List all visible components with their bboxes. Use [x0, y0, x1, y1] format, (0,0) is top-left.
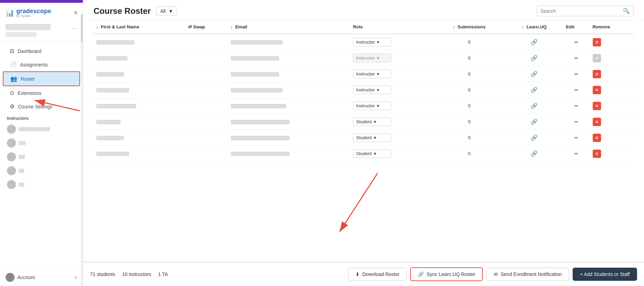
edit-icon[interactable]: ✏	[574, 55, 579, 61]
col-header-edit: Edit	[563, 20, 590, 34]
col-email-label: Email	[235, 24, 247, 29]
learnuq-link-icon[interactable]: 🔗	[531, 55, 538, 61]
learnuq-link-icon[interactable]: 🔗	[531, 71, 538, 77]
sidebar-top-bar	[0, 0, 83, 3]
remove-button[interactable]: ✕	[593, 70, 601, 78]
avatar	[7, 152, 16, 161]
learnuq-link-icon[interactable]: 🔗	[531, 151, 538, 157]
sync-learnuq-button[interactable]: 🔗 Sync Learn.UQ Roster	[410, 267, 483, 281]
role-chevron-icon: ▾	[377, 55, 379, 61]
sidebar-scrollbar[interactable]	[81, 14, 83, 286]
cell-edit: ✏	[563, 66, 590, 82]
cell-email	[228, 66, 350, 82]
extensions-icon: ⊙	[10, 90, 14, 96]
role-dropdown[interactable]: Student ▾	[353, 133, 391, 142]
cell-swap	[185, 50, 228, 66]
role-dropdown[interactable]: Instructor ▾	[353, 38, 391, 46]
gradescope-logo-icon: 📊	[6, 9, 14, 17]
cell-role: Instructor ▾	[350, 66, 433, 82]
remove-button[interactable]: ✕	[593, 54, 601, 62]
edit-icon[interactable]: ✏	[574, 87, 579, 93]
role-dropdown[interactable]: Instructor ▾	[353, 86, 391, 94]
cell-swap	[185, 34, 228, 50]
course-dots-menu[interactable]: ···	[72, 25, 77, 32]
col-header-submissions[interactable]: ↕ Submissions	[433, 20, 505, 34]
cell-name	[94, 146, 185, 162]
remove-button[interactable]: ✕	[593, 134, 601, 142]
remove-button[interactable]: ✕	[593, 86, 601, 94]
col-role-label: Role	[353, 24, 363, 29]
role-dropdown[interactable]: Student ▾	[353, 117, 391, 126]
cell-swap	[185, 114, 228, 130]
search-input[interactable]	[540, 8, 623, 14]
name-sort-icon: ↕	[96, 25, 98, 29]
cell-learnuq: 🔗	[505, 82, 563, 98]
page-title: Course Roster	[94, 6, 151, 16]
cell-submissions: 0	[433, 34, 505, 50]
remove-button[interactable]: ✕	[593, 150, 601, 158]
name-blur	[96, 56, 127, 61]
sidebar-item-extensions[interactable]: ⊙ Extensions	[3, 86, 80, 100]
remove-button[interactable]: ✕	[593, 102, 601, 110]
submissions-sort-icon: ↕	[453, 25, 455, 29]
sidebar-item-label-extensions: Extensions	[18, 90, 41, 96]
email-blur	[231, 72, 279, 77]
account-section[interactable]: Account ∧	[0, 268, 83, 286]
remove-button[interactable]: ✕	[593, 118, 601, 126]
col-edit-label: Edit	[566, 24, 575, 29]
learnuq-link-icon[interactable]: 🔗	[531, 135, 538, 141]
account-label: Account	[6, 273, 35, 282]
remove-button[interactable]: ✕	[593, 38, 601, 46]
edit-icon[interactable]: ✏	[574, 39, 579, 45]
learnuq-link-icon[interactable]: 🔗	[531, 87, 538, 93]
email-blur	[231, 152, 290, 156]
edit-icon[interactable]: ✏	[574, 151, 579, 157]
roster-icon: 👥	[10, 75, 17, 82]
instructor-name-blur	[19, 169, 24, 173]
learnuq-link-icon[interactable]: 🔗	[531, 119, 538, 125]
edit-icon[interactable]: ✏	[574, 119, 579, 125]
col-header-name[interactable]: ↕ First & Last Name	[94, 20, 185, 34]
swap-icon: ⇄	[188, 24, 192, 29]
edit-icon[interactable]: ✏	[574, 71, 579, 77]
email-blur	[231, 136, 290, 140]
menu-icon[interactable]: ≡	[74, 10, 77, 16]
cell-email	[228, 50, 350, 66]
logo-text: gradescope	[16, 8, 51, 15]
cell-name	[94, 114, 185, 130]
course-sub-blur	[6, 32, 37, 37]
sidebar-item-course-settings[interactable]: ⚙ Course Settings	[3, 100, 80, 113]
main-content: Course Roster All ▼ 🔍 ↕ First & Last Nam…	[83, 0, 644, 286]
download-roster-button[interactable]: ⬇ Download Roster	[348, 268, 407, 281]
email-blur	[231, 88, 283, 92]
filter-dropdown[interactable]: All ▼	[156, 7, 177, 16]
cell-edit: ✏	[563, 50, 590, 66]
add-students-button[interactable]: + Add Students or Staff	[573, 268, 637, 281]
learnuq-link-icon[interactable]: 🔗	[531, 39, 538, 45]
edit-icon[interactable]: ✏	[574, 135, 579, 141]
account-text: Account	[17, 275, 35, 280]
download-roster-label: Download Roster	[362, 271, 399, 277]
edit-icon[interactable]: ✏	[574, 103, 579, 109]
sidebar-item-assignments[interactable]: 📄 Assignments	[3, 58, 80, 71]
role-dropdown[interactable]: Student ▾	[353, 149, 391, 158]
role-dropdown[interactable]: Instructor ▾	[353, 101, 391, 110]
learnuq-link-icon[interactable]: 🔗	[531, 103, 538, 109]
search-icon[interactable]: 🔍	[623, 8, 630, 14]
name-blur	[96, 120, 121, 124]
cell-email	[228, 130, 350, 146]
stat-instructors: 10 instructors	[122, 271, 151, 277]
role-chevron-icon: ▾	[377, 71, 379, 77]
col-header-learnuq[interactable]: ↕ Learn.UQ	[505, 20, 563, 34]
cell-role: Student ▾	[350, 130, 433, 146]
add-students-label: + Add Students or Staff	[580, 271, 630, 277]
send-notification-button[interactable]: ✉ Send Enrollment Notification	[486, 268, 569, 281]
cell-submissions: 0	[433, 146, 505, 162]
avatar	[7, 166, 16, 175]
role-dropdown[interactable]: Instructor ▾	[353, 70, 391, 78]
sidebar-item-dashboard[interactable]: ⊟ Dashboard	[3, 44, 80, 58]
role-dropdown[interactable]: Instructor ▾	[353, 54, 391, 62]
col-header-email[interactable]: ↕ Email	[228, 20, 350, 34]
cell-edit: ✏	[563, 34, 590, 50]
sidebar-item-roster[interactable]: 👥 Roster	[3, 71, 80, 86]
